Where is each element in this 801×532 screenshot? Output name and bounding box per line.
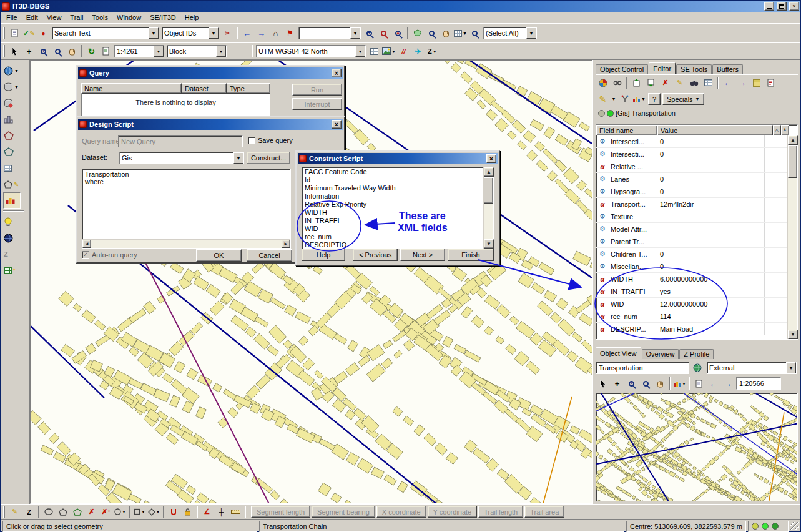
z-profile-button[interactable]: Z xyxy=(1,246,8,262)
view-back-button[interactable]: ← xyxy=(706,377,720,390)
view-scale-input[interactable]: 1:20566 xyxy=(736,377,781,390)
run-button[interactable]: Run xyxy=(292,84,342,96)
delete-record-button[interactable]: ✗ xyxy=(658,76,672,90)
interrupt-button[interactable]: Interrupt xyxy=(292,98,342,110)
finish-button[interactable]: Finish xyxy=(448,249,494,261)
construct-scrollbar[interactable]: ▲ ▼ xyxy=(483,167,493,249)
goto-combo[interactable]: ▼ xyxy=(298,27,361,39)
statistics-button[interactable] xyxy=(3,192,21,209)
dataset-dropdown[interactable]: ▼ xyxy=(233,152,243,164)
search-text-combo[interactable]: Search Text ▼ xyxy=(52,27,159,39)
view-crosshair-button[interactable]: + xyxy=(610,377,624,390)
redraw-page-button[interactable] xyxy=(99,44,113,58)
script-hscrollbar[interactable]: ◄ ► xyxy=(82,239,290,248)
tab-z-profile[interactable]: Z Profile xyxy=(679,349,714,359)
record-grid-button[interactable] xyxy=(701,76,715,90)
save-record-button[interactable] xyxy=(644,76,658,90)
attribute-grid-button[interactable]: ▼ xyxy=(453,26,468,40)
type-column-header[interactable]: Type xyxy=(227,83,270,94)
attribute-edit-button[interactable] xyxy=(1,160,12,176)
toolbar-grip[interactable] xyxy=(3,506,5,518)
pan-button[interactable] xyxy=(439,26,453,40)
y-coordinate-button[interactable]: Y coordinate xyxy=(428,506,478,518)
menu-se-it3d[interactable]: SE/IT3D xyxy=(145,12,180,22)
attribute-row[interactable]: ⚙Intersecti...0 xyxy=(596,135,787,148)
view-refresh-button[interactable] xyxy=(692,377,706,390)
hatch-lines-button[interactable]: // xyxy=(396,44,411,58)
construct-field-item[interactable]: Information xyxy=(302,192,483,200)
zoom-search-button[interactable] xyxy=(362,26,376,40)
draw-options-dropdown[interactable]: ▼ xyxy=(610,92,617,106)
construct-dialog-titlebar[interactable]: Construct Script × xyxy=(298,153,498,164)
view-chart-button[interactable]: ▼ xyxy=(672,377,687,390)
view-zoom-in-button[interactable] xyxy=(624,377,639,390)
trail-area-button[interactable]: Trail area xyxy=(524,506,564,518)
search-text-dropdown[interactable]: ▼ xyxy=(149,27,159,39)
ruler-button[interactable] xyxy=(229,505,243,519)
script-textarea[interactable]: Transportation where ◄ ► xyxy=(82,169,291,249)
tab-se-tools[interactable]: SE Tools xyxy=(676,64,712,74)
freehand-draw-button[interactable]: ✎ xyxy=(7,505,22,519)
script-button[interactable] xyxy=(764,76,778,90)
light-toggle-button[interactable] xyxy=(1,214,12,230)
construct-field-item[interactable]: Id xyxy=(302,176,483,184)
next-button[interactable]: Next > xyxy=(400,249,445,261)
tab-editor[interactable]: Editor xyxy=(649,62,676,74)
map-scale-dropdown[interactable]: ▼ xyxy=(154,46,164,57)
scrollbar-thumb[interactable] xyxy=(484,177,493,204)
construct-field-item[interactable]: Minimum Traveled Way Width xyxy=(302,184,483,192)
digitize-button[interactable]: ✎ xyxy=(1,176,19,192)
scroll-left-button[interactable]: ◄ xyxy=(82,240,91,248)
overview-map[interactable] xyxy=(596,393,798,501)
refresh-view-button[interactable]: ↻ xyxy=(84,44,99,58)
scroll-down-button[interactable]: ▼ xyxy=(788,330,798,339)
ok-button[interactable]: OK xyxy=(196,249,242,262)
segment-bearing-button[interactable]: Segment bearing xyxy=(312,506,375,518)
select-area-button[interactable] xyxy=(425,26,439,40)
z-trail-button[interactable]: Z xyxy=(22,505,36,519)
home-button[interactable]: ⌂ xyxy=(268,26,283,40)
tab-object-control[interactable]: Object Control xyxy=(596,64,648,74)
cancel-button[interactable]: Cancel xyxy=(247,249,292,262)
delete-all-trails-button[interactable]: ✗* xyxy=(99,505,113,519)
block-dropdown[interactable]: ▼ xyxy=(216,46,226,57)
view-pointer-button[interactable] xyxy=(596,377,610,390)
diamond-style-button[interactable]: ▼ xyxy=(147,505,161,519)
resize-grip[interactable] xyxy=(790,522,799,530)
branch-path-button[interactable] xyxy=(617,92,632,106)
scroll-up-button[interactable]: ▲ xyxy=(788,135,798,145)
minimize-button[interactable] xyxy=(764,2,774,11)
object-ids-combo[interactable]: Object IDs ▼ xyxy=(162,27,219,39)
query-dialog-titlebar[interactable]: Query × xyxy=(78,67,343,79)
design-close-button[interactable]: × xyxy=(332,120,342,129)
scroll-right-button[interactable]: ► xyxy=(282,240,290,248)
field-name-column-header[interactable]: Field name xyxy=(596,125,657,135)
find-object-button[interactable] xyxy=(376,26,391,40)
menu-view[interactable]: View xyxy=(42,12,66,22)
map-layers-button[interactable]: ▼ xyxy=(1,62,19,79)
dataset-column-header[interactable]: Dataset xyxy=(182,83,227,94)
menu-edit[interactable]: Edit xyxy=(22,12,42,22)
circle-style-button[interactable]: ▼ xyxy=(113,505,127,519)
ellipse-tool-button[interactable] xyxy=(41,505,56,519)
flight-mode-button[interactable]: ✈ xyxy=(411,44,425,58)
attribute-row[interactable]: αIN_TRAFFIyes xyxy=(596,285,787,298)
attribute-row[interactable]: ⚙Intersecti...0 xyxy=(596,148,787,160)
trail-length-button[interactable]: Trail length xyxy=(478,506,523,518)
select-pointer-button[interactable] xyxy=(7,44,22,58)
new-script-button[interactable] xyxy=(7,26,22,40)
view-link-button[interactable] xyxy=(691,361,704,375)
zoom-in-button[interactable] xyxy=(36,44,51,58)
attribute-row[interactable]: αWID12.0000000000 xyxy=(596,298,787,310)
z-values-button[interactable]: Z▼ xyxy=(425,44,440,58)
construct-field-item[interactable]: WID xyxy=(302,225,483,233)
scroll-down-button[interactable]: ▼ xyxy=(484,239,494,249)
zoom-out-button[interactable] xyxy=(51,44,65,58)
view-forward-button[interactable]: → xyxy=(720,377,735,390)
delete-trail-button[interactable]: ✗ xyxy=(84,505,99,519)
menu-help[interactable]: Help xyxy=(180,12,204,22)
load-record-button[interactable] xyxy=(629,76,644,90)
view-zoom-out-button[interactable] xyxy=(639,377,653,390)
attribute-row[interactable]: ⚙Model Attr... xyxy=(596,223,787,235)
specials-button[interactable]: Specials ▼ xyxy=(662,93,704,105)
